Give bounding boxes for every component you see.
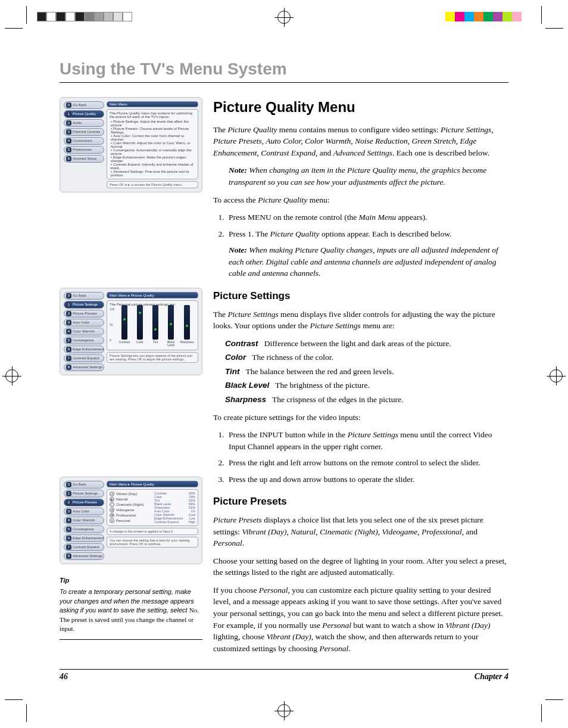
menu-item: 0Go Back <box>64 292 104 300</box>
list-item: Press MENU on the remote control (the Ma… <box>226 211 508 223</box>
menu-item: 5Convergence <box>64 525 104 533</box>
access-steps: Press MENU on the remote control (the Ma… <box>226 211 508 279</box>
body-text: Choose your setting based on the degree … <box>213 555 508 578</box>
bullet-item: Contrast Expand: Intensify and enhance s… <box>111 163 195 170</box>
list-item: Press the up and down arrow buttons to o… <box>226 474 508 486</box>
menu-item: 0Go Back <box>64 481 104 489</box>
bullet-item: Picture Presets: Choose preset levels of… <box>111 127 195 134</box>
menu-item: 4Color Warmth <box>64 517 104 524</box>
list-item: Press 1. The Picture Quality options app… <box>226 228 508 279</box>
chapter-title: Using the TV's Menu System <box>60 60 508 83</box>
menu-item: 0Go Back <box>64 101 104 109</box>
menu-item: 6Assisted Setup <box>64 155 104 163</box>
stat-row: Contrast ExpandHigh <box>154 520 195 524</box>
menu-nav: 0Go Back1Picture Settings2Picture Preset… <box>64 292 104 371</box>
slider: Tint <box>149 305 162 348</box>
page-content: Using the TV's Menu System 0Go Back1Pict… <box>36 48 532 692</box>
menu-item: 4Color Warmth <box>64 328 104 335</box>
bullet-item: Auto Color: Correct the color from chann… <box>111 134 195 141</box>
page-number: 46 <box>60 672 68 682</box>
tip-heading: Tip <box>60 576 202 585</box>
sidebar-column: 0Go Back1Picture Quality2Audio3Parental … <box>60 97 202 660</box>
menu-item: 7Contrast Expand <box>64 354 104 362</box>
breadcrumb: Main Menu ▸ Picture Quality <box>107 292 198 298</box>
breadcrumb: Main Menu ▸ Picture Quality <box>107 481 198 487</box>
screenshot-picture-settings: 0Go Back1Picture Settings2Picture Preset… <box>60 288 202 375</box>
registration-mark-icon <box>550 369 563 382</box>
menu-item: 8Advanced Settings <box>64 363 104 371</box>
bullet-item: Picture Settings: Adjust the levels that… <box>111 120 195 127</box>
menu-item: 3Auto Color <box>64 508 104 515</box>
body-text: Picture Presets displays a choice list t… <box>213 514 508 549</box>
preset-row: ☾Cinematic (Night) <box>110 502 151 507</box>
page-footer: 46 Chapter 4 <box>60 669 508 682</box>
preset-row: ⚑Professional <box>110 513 151 518</box>
bullet-item: Convergence: Automatically or manually a… <box>111 148 195 155</box>
section-title: Picture Quality Menu <box>213 97 508 118</box>
sliders-panel: The Personal picture presets settings ar… <box>107 300 198 350</box>
bullet-item: Edge Enhancement: Make the picture's edg… <box>111 155 195 163</box>
axis-label: 100 <box>110 307 114 311</box>
menu-item: 6Edge Enhancement <box>64 534 104 542</box>
subsection-title: Picture Settings <box>213 289 508 304</box>
menu-item: 8Advanced Settings <box>64 552 104 560</box>
menu-item: 7Contrast Expand <box>64 543 104 551</box>
menu-item: 3Parental Controls <box>64 128 104 136</box>
body-text: The Picture Settings menu displays five … <box>213 309 508 332</box>
hint-bar: Picture Settings lets you adjust aspects… <box>107 352 198 363</box>
note: Note: When making Picture Quality change… <box>229 244 508 279</box>
list-item: Press the right and left arrow buttons o… <box>226 457 508 469</box>
panel-heading: The Picture Quality menu has screens for… <box>110 111 195 119</box>
preset-row: ☀Vibrant (Day) <box>110 491 151 496</box>
definition-item: Color The richness of the color. <box>225 351 508 363</box>
presets-panel: ☀Vibrant (Day)◐Natural☾Cinematic (Night)… <box>107 489 198 526</box>
axis-label: 0 <box>110 338 111 342</box>
menu-item: 6Edge Enhancement <box>64 346 104 353</box>
main-column: Picture Quality Menu The Picture Quality… <box>213 97 508 660</box>
menu-item: 5Convergence <box>64 337 104 344</box>
registration-mark-icon <box>5 369 18 382</box>
slider: Sharpness <box>180 305 194 348</box>
slider: Black Level <box>164 305 177 348</box>
definition-list: Contrast Difference between the light an… <box>225 338 508 406</box>
axis-label: 50 <box>110 323 113 326</box>
menu-nav: 0Go Back1Picture Quality2Audio3Parental … <box>64 101 104 188</box>
registration-mark-icon <box>277 11 291 24</box>
hint-bar: Press OK or ▸ to access the Picture Qual… <box>107 181 198 188</box>
stat-list: Contrast60%Color79%Tint51%Black Level69%… <box>154 491 195 524</box>
menu-item: 1Picture Settings <box>64 301 104 309</box>
color-bar-left <box>37 12 132 21</box>
panel-bullets: Picture Settings: Adjust the levels that… <box>110 120 195 177</box>
description-panel: The Picture Quality menu has screens for… <box>107 109 198 179</box>
menu-item: 4Connections <box>64 137 104 145</box>
access-lead: To access the Picture Quality menu: <box>213 194 508 206</box>
slider-group: 100 50 0 ContrastColorTintBlack LevelSha… <box>110 306 195 348</box>
body-text: If you choose Personal, you can customiz… <box>213 584 508 654</box>
screenshot-main-menu: 0Go Back1Picture Quality2Audio3Parental … <box>60 97 202 192</box>
slider: Contrast <box>118 305 131 348</box>
preset-row: ◐Natural <box>110 497 151 502</box>
chapter-label: Chapter 4 <box>475 672 508 682</box>
definition-item: Contrast Difference between the light an… <box>225 338 508 350</box>
steps-list: Press the INPUT button while in the Pict… <box>226 429 508 485</box>
bullet-item: Color Warmth: Adjust the color to Cool, … <box>111 141 195 148</box>
preset-list: ☀Vibrant (Day)◐Natural☾Cinematic (Night)… <box>110 491 151 524</box>
intro-paragraph: The Picture Quality menu contains menus … <box>213 124 508 159</box>
registration-mark-icon <box>277 704 291 717</box>
hint-note: A change in this screen is applied to In… <box>107 528 198 535</box>
screenshot-picture-presets: 0Go Back1Picture Settings2Picture Preset… <box>60 477 202 564</box>
tip-block: Tip To create a temporary personal setti… <box>60 576 202 640</box>
color-bar-right <box>445 12 531 21</box>
preset-row: ♦Personal <box>110 518 151 523</box>
bullet-item: Advanced Settings: Fine-tune the picture… <box>111 170 195 177</box>
list-item: Press the INPUT button while in the Pict… <box>226 429 508 452</box>
definition-item: Sharpness The crispness of the edges in … <box>225 394 508 406</box>
menu-item: 1Picture Quality <box>64 110 104 118</box>
subsection-title: Picture Presets <box>213 494 508 509</box>
menu-item: 2Audio <box>64 119 104 127</box>
menu-nav: 0Go Back1Picture Settings2Picture Preset… <box>64 481 104 560</box>
preset-row: ⚙Videogame <box>110 508 151 512</box>
menu-item: 1Picture Settings <box>64 490 104 497</box>
menu-item: 3Auto Color <box>64 319 104 326</box>
menu-item: 2Picture Presets <box>64 310 104 318</box>
